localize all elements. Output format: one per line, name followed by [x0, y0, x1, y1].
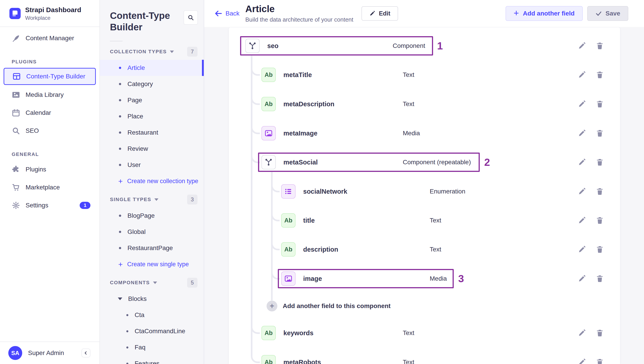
delete-field-button[interactable] [596, 274, 604, 283]
field-type: Text [403, 329, 414, 337]
type-item-blogpage[interactable]: BlogPage [100, 208, 204, 224]
panel-section-collection-types[interactable]: COLLECTION TYPES7 [100, 44, 204, 60]
sidebar-item-seo[interactable]: SEO [0, 122, 100, 140]
image-icon [12, 91, 20, 99]
type-item-restaurant[interactable]: Restaurant [100, 124, 204, 141]
edit-field-button[interactable] [578, 129, 586, 137]
user-name: Super Admin [28, 349, 64, 356]
type-item-label: BlogPage [128, 212, 154, 219]
save-label: Save [606, 10, 620, 17]
delete-field-button[interactable] [596, 187, 604, 196]
sidebar-item-settings[interactable]: Settings1 [0, 196, 100, 214]
save-button[interactable]: Save [587, 6, 628, 21]
component-icon [262, 155, 276, 169]
edit-field-button[interactable] [578, 187, 586, 196]
main-header: Back Article Build the data architecture… [204, 0, 644, 27]
field-type: Component (repeatable) [403, 159, 471, 166]
edit-field-button[interactable] [578, 329, 586, 337]
component-item-label: CtaCommandLine [135, 328, 185, 335]
callout-number: 3 [458, 273, 464, 285]
sidebar-item-plugins[interactable]: Plugins [0, 160, 100, 178]
type-item-page[interactable]: Page [100, 92, 204, 108]
component-item-cta[interactable]: Cta [100, 307, 204, 323]
add-field-to-component-label[interactable]: Add another field to this component [283, 302, 391, 310]
text-icon: Ab [262, 68, 276, 82]
delete-field-button[interactable] [596, 42, 604, 50]
sidebar-item-media-library[interactable]: Media Library [0, 86, 100, 104]
component-item-features[interactable]: Features [100, 355, 204, 364]
delete-field-button[interactable] [596, 216, 604, 225]
type-item-review[interactable]: Review [100, 141, 204, 157]
create-link-label: Create new single type [127, 261, 189, 268]
app: Strapi Dashboard Workplace Content Manag… [0, 0, 644, 364]
sidebar-item-label: Content Manager [26, 35, 74, 42]
edit-field-button[interactable] [578, 158, 586, 166]
sidebar-item-label: Marketplace [26, 184, 60, 191]
text-icon: Ab [281, 242, 296, 257]
type-item-category[interactable]: Category [100, 76, 204, 92]
component-item-faq[interactable]: Faq [100, 339, 204, 355]
delete-field-button[interactable] [596, 129, 604, 137]
callout-number: 2 [484, 156, 490, 168]
text-icon: Ab [262, 355, 276, 364]
delete-field-button[interactable] [596, 100, 604, 108]
edit-field-button[interactable] [578, 42, 586, 50]
edit-button[interactable]: Edit [362, 6, 398, 21]
add-field-to-component-button[interactable]: + [266, 301, 277, 311]
bullet-icon [119, 99, 121, 101]
type-item-user[interactable]: User [100, 157, 204, 173]
type-item-label: Category [128, 80, 153, 88]
back-link[interactable]: Back [214, 10, 240, 18]
type-item-global[interactable]: Global [100, 224, 204, 240]
edit-field-button[interactable] [578, 274, 586, 283]
type-item-place[interactable]: Place [100, 108, 204, 124]
type-item-restaurantpage[interactable]: RestaurantPage [100, 240, 204, 256]
sidebar-item-calendar[interactable]: Calendar [0, 104, 100, 122]
delete-field-button[interactable] [596, 158, 604, 166]
panel-title: Content-Type Builder [110, 10, 182, 33]
edit-field-button[interactable] [578, 358, 586, 364]
create-link-label: Create new collection type [127, 178, 198, 185]
delete-field-button[interactable] [596, 329, 604, 337]
delete-field-button[interactable] [596, 71, 604, 79]
panel-section-single-types[interactable]: SINGLE TYPES3 [100, 192, 204, 208]
edit-field-button[interactable] [578, 100, 586, 108]
avatar[interactable]: SA [8, 346, 22, 360]
sidebar-section-label: PLUGINS [0, 59, 100, 65]
fields-table-card: 1seoComponentAbmetaTitleTextAbmetaDescri… [229, 27, 620, 364]
sidebar-item-label: Calendar [26, 109, 51, 116]
edit-field-button[interactable] [578, 71, 586, 79]
plus-icon: + [118, 177, 123, 185]
create-link-create-new-single-type[interactable]: +Create new single type [100, 256, 204, 272]
section-label: COMPONENTS [110, 280, 150, 286]
sidebar-item-content-manager[interactable]: Content Manager [0, 29, 100, 47]
delete-field-button[interactable] [596, 245, 604, 254]
search-button[interactable] [184, 10, 198, 25]
component-group-blocks[interactable]: Blocks [100, 291, 204, 307]
field-name-description: description [303, 246, 338, 253]
collapse-sidebar-button[interactable] [82, 348, 90, 357]
delete-field-button[interactable] [596, 358, 604, 364]
user-area: SA Super Admin [0, 341, 100, 364]
panel-section-components[interactable]: COMPONENTS5 [100, 275, 204, 291]
create-link-create-new-collection-type[interactable]: +Create new collection type [100, 173, 204, 189]
component-item-ctacommandline[interactable]: CtaCommandLine [100, 323, 204, 339]
bullet-icon [119, 67, 121, 69]
plus-icon: + [118, 260, 123, 268]
bullet-icon [119, 164, 121, 166]
edit-field-button[interactable] [578, 216, 586, 225]
edit-field-button[interactable] [578, 245, 586, 254]
sidebar-item-marketplace[interactable]: Marketplace [0, 178, 100, 196]
type-item-label: Page [128, 97, 142, 104]
field-name-metaimage: metaImage [284, 130, 318, 137]
add-another-field-button[interactable]: + Add another field [506, 6, 583, 21]
type-item-article[interactable]: Article [100, 60, 204, 76]
chevron-down-icon [118, 297, 122, 300]
component-item-label: Faq [135, 344, 146, 351]
chevron-down-icon [170, 51, 174, 53]
sidebar-item-content-type-builder[interactable]: Content-Type Builder [4, 68, 96, 85]
sidebar-item-label: Content-Type Builder [26, 73, 85, 80]
sidebar-item-label: Media Library [26, 91, 64, 98]
search-icon [187, 14, 194, 21]
field-name-metadescription: metaDescription [284, 100, 334, 108]
